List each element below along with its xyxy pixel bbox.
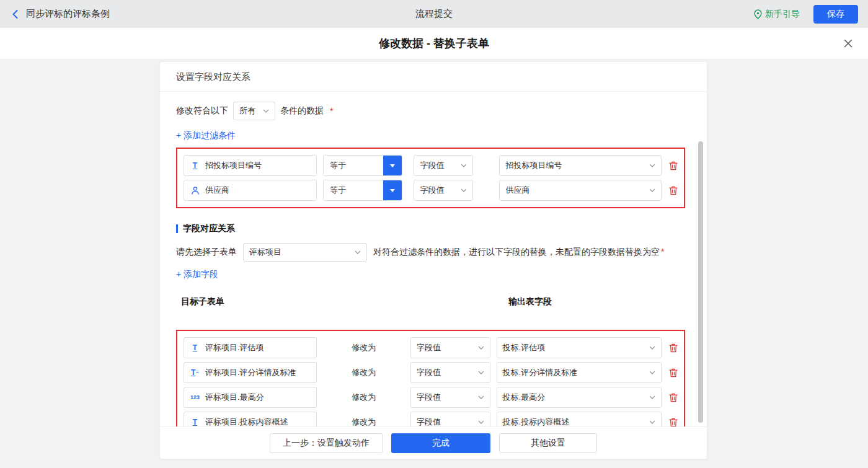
close-icon: [843, 38, 853, 48]
mapping-action-label: 修改为: [317, 392, 410, 403]
operator-dropdown-button[interactable]: [383, 156, 402, 175]
mapping-row: 123 评标项目.最高分 修改为 字段值 投标.最高分: [184, 387, 678, 408]
mapping-field-label: 评标项目.最高分: [205, 392, 264, 403]
column-output-field: 输出表字段: [508, 296, 552, 307]
condition-suffix: 条件的数据: [280, 105, 324, 117]
other-settings-button[interactable]: 其他设置: [499, 433, 597, 453]
subform-select[interactable]: 评标项目: [243, 243, 367, 262]
user-icon: [190, 186, 200, 195]
condition-logic-select[interactable]: 所有: [233, 102, 275, 120]
mapping-row: T 评标项目.评估项 修改为 字段值 投标.评估项: [184, 337, 678, 358]
filter-operator-select[interactable]: 等于: [323, 180, 402, 201]
mapping-value-type-select[interactable]: 字段值: [410, 362, 490, 383]
mapping-value: 投标.评估项: [503, 342, 546, 353]
mapping-field-input[interactable]: T 评标项目.评估项: [184, 337, 317, 358]
filter-field-input[interactable]: T 招投标项目编号: [184, 155, 317, 176]
delete-mapping-button[interactable]: [669, 343, 678, 353]
filter-value: 供应商: [505, 185, 529, 196]
dialog-title: 修改数据 - 替换子表单: [379, 36, 489, 51]
filter-value-type: 字段值: [420, 185, 444, 196]
filter-value-select[interactable]: 供应商: [499, 180, 662, 201]
chevron-down-icon: [649, 371, 655, 374]
filter-value-type-select[interactable]: 字段值: [414, 180, 473, 201]
condition-row: 修改符合以下 所有 条件的数据 *: [176, 102, 691, 120]
mapping-value-select[interactable]: 投标.评估项: [497, 337, 662, 358]
filter-value-type-select[interactable]: 字段值: [414, 155, 473, 176]
delete-mapping-button[interactable]: [669, 368, 678, 377]
done-button[interactable]: 完成: [391, 433, 490, 453]
chevron-down-icon: [461, 188, 467, 192]
multiline-text-icon: T≡: [190, 369, 200, 376]
mapping-value: 投标.评分详情及标准: [503, 367, 578, 378]
chevron-down-icon: [649, 188, 655, 192]
operator-dropdown-button[interactable]: [383, 180, 402, 200]
mapping-value-select[interactable]: 投标.最高分: [497, 387, 662, 408]
guide-label: 新手引导: [765, 9, 800, 20]
mapping-value: 投标.最高分: [503, 392, 546, 403]
chevron-down-icon: [649, 164, 655, 167]
delete-filter-button[interactable]: [669, 186, 678, 195]
section-header-field-mapping: 字段对应关系: [176, 223, 691, 234]
back-button[interactable]: [10, 9, 21, 20]
settings-card: 设置字段对应关系 修改符合以下 所有 条件的数据 * + 添加过滤条件 T 招投…: [160, 62, 707, 459]
mapping-row: T≡ 评标项目.评分详情及标准 修改为 字段值 投标.评分详情及标准: [184, 362, 678, 383]
page-title: 流程提交: [415, 8, 453, 20]
subform-selected: 评标项目: [249, 247, 281, 258]
close-button[interactable]: [843, 38, 853, 48]
text-field-icon: T: [190, 344, 200, 351]
mapping-group-highlight: T 评标项目.评估项 修改为 字段值 投标.评估项: [176, 330, 685, 440]
text-field-icon: T: [190, 418, 200, 426]
filter-row: 供应商 等于 字段值 供应商: [184, 180, 678, 201]
scrollbar-thumb[interactable]: [698, 141, 703, 423]
trash-icon: [669, 161, 678, 170]
trash-icon: [669, 343, 678, 353]
add-field-link[interactable]: + 添加字段: [176, 269, 218, 280]
section-title-field-mapping-setup: 设置字段对应关系: [160, 62, 707, 92]
filter-field-label: 招投标项目编号: [205, 160, 262, 171]
mapping-value-type: 字段值: [417, 367, 441, 378]
guide-button[interactable]: 新手引导: [754, 9, 800, 20]
subform-label: 请先选择子表单: [176, 247, 237, 258]
filter-operator-value: 等于: [324, 180, 383, 200]
filter-field-input[interactable]: 供应商: [184, 180, 317, 201]
chevron-down-icon: [355, 250, 361, 254]
delete-mapping-button[interactable]: [669, 418, 678, 427]
delete-mapping-button[interactable]: [669, 393, 678, 402]
section-accent-bar: [176, 224, 178, 233]
save-button[interactable]: 保存: [813, 5, 858, 24]
triangle-down-icon: [390, 164, 395, 167]
trash-icon: [669, 418, 678, 427]
mapping-value-select[interactable]: 投标.评分详情及标准: [497, 362, 662, 383]
filter-value-select[interactable]: 招投标项目编号: [499, 155, 662, 176]
number-field-icon: 123: [190, 395, 200, 400]
mapping-field-input[interactable]: T≡ 评标项目.评分详情及标准: [184, 362, 317, 383]
mapping-field-input[interactable]: 123 评标项目.最高分: [184, 387, 317, 408]
mapping-value-type-select[interactable]: 字段值: [410, 337, 490, 358]
dialog-header: 修改数据 - 替换子表单: [0, 28, 868, 59]
mapping-field-label: 评标项目.评估项: [205, 342, 264, 353]
delete-filter-button[interactable]: [669, 161, 678, 170]
filter-field-label: 供应商: [205, 185, 229, 196]
subform-description: 对符合过滤条件的数据，进行以下字段的替换，未配置的字段数据替换为空*: [373, 247, 664, 258]
mapping-value-type-select[interactable]: 字段值: [410, 387, 490, 408]
prev-step-button[interactable]: 上一步：设置触发动作: [270, 433, 383, 453]
chevron-down-icon: [461, 164, 467, 167]
filter-operator-select[interactable]: 等于: [323, 155, 402, 176]
filter-group-highlight: T 招投标项目编号 等于 字段值 招投标项目编号: [176, 148, 685, 208]
mapping-value-type: 字段值: [417, 342, 441, 353]
add-filter-link[interactable]: + 添加过滤条件: [176, 130, 236, 141]
chevron-down-icon: [478, 346, 484, 350]
chevron-down-icon: [649, 420, 655, 424]
condition-logic-value: 所有: [239, 105, 255, 117]
required-mark: *: [661, 247, 664, 257]
trash-icon: [669, 393, 678, 402]
triangle-down-icon: [390, 189, 395, 192]
chevron-down-icon: [263, 109, 269, 113]
chevron-down-icon: [478, 420, 484, 424]
location-pin-icon: [754, 9, 762, 19]
mapping-action-label: 修改为: [317, 342, 410, 353]
mapping-table-header: 目标子表单 输出表字段: [176, 296, 691, 307]
trash-icon: [669, 368, 678, 377]
chevron-down-icon: [478, 371, 484, 374]
flow-title: 同步评标的评标条例: [26, 8, 110, 20]
